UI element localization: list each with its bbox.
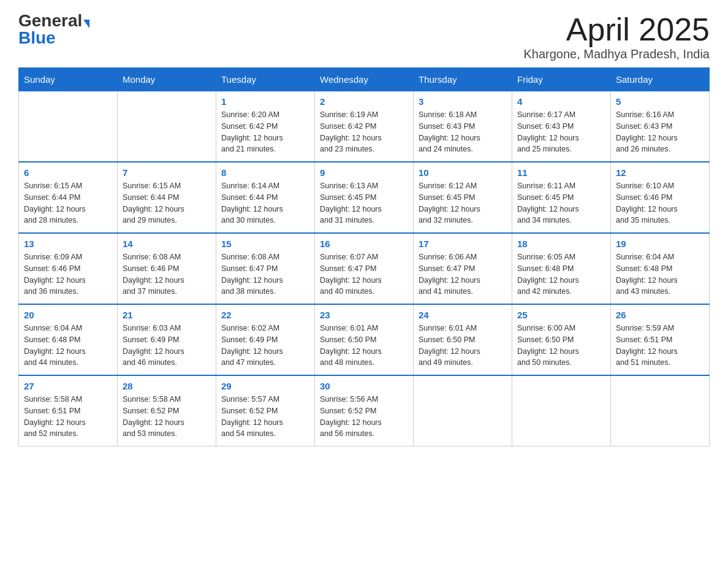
location-title: Khargone, Madhya Pradesh, India [523,47,710,61]
day-number: 30 [320,381,408,391]
calendar-cell: 20Sunrise: 6:04 AM Sunset: 6:48 PM Dayli… [19,304,118,375]
week-row-1: 1Sunrise: 6:20 AM Sunset: 6:42 PM Daylig… [19,91,710,163]
day-number: 6 [24,167,112,178]
logo-bottom: Blue [18,29,56,47]
weekday-header-thursday: Thursday [414,68,512,91]
day-info: Sunrise: 6:08 AM Sunset: 6:46 PM Dayligh… [123,251,211,297]
calendar-cell: 9Sunrise: 6:13 AM Sunset: 6:45 PM Daylig… [315,162,414,233]
day-info: Sunrise: 5:59 AM Sunset: 6:51 PM Dayligh… [616,323,704,369]
day-info: Sunrise: 6:00 AM Sunset: 6:50 PM Dayligh… [517,323,605,369]
day-info: Sunrise: 5:58 AM Sunset: 6:52 PM Dayligh… [123,394,211,440]
day-info: Sunrise: 5:57 AM Sunset: 6:52 PM Dayligh… [221,394,309,440]
day-number: 11 [517,167,605,178]
day-number: 3 [419,96,507,107]
weekday-header-sunday: Sunday [19,68,118,91]
calendar-cell: 21Sunrise: 6:03 AM Sunset: 6:49 PM Dayli… [118,304,216,375]
month-title: April 2025 [523,12,710,47]
calendar-cell: 12Sunrise: 6:10 AM Sunset: 6:46 PM Dayli… [611,162,710,233]
day-info: Sunrise: 6:19 AM Sunset: 6:42 PM Dayligh… [320,109,408,155]
day-info: Sunrise: 6:20 AM Sunset: 6:42 PM Dayligh… [221,109,309,155]
day-number: 17 [419,239,507,249]
day-info: Sunrise: 6:06 AM Sunset: 6:47 PM Dayligh… [419,251,507,297]
calendar-cell: 3Sunrise: 6:18 AM Sunset: 6:43 PM Daylig… [414,91,512,163]
logo-blue-text: Blue [18,28,56,47]
calendar-cell: 13Sunrise: 6:09 AM Sunset: 6:46 PM Dayli… [19,233,118,304]
day-info: Sunrise: 6:10 AM Sunset: 6:46 PM Dayligh… [616,180,704,226]
day-number: 18 [517,239,605,249]
logo-triangle-icon [83,20,89,28]
day-number: 21 [123,310,211,320]
day-info: Sunrise: 6:16 AM Sunset: 6:43 PM Dayligh… [616,109,704,155]
day-info: Sunrise: 6:04 AM Sunset: 6:48 PM Dayligh… [616,251,704,297]
day-number: 7 [123,167,211,178]
logo: General Blue [18,12,89,47]
calendar-cell: 14Sunrise: 6:08 AM Sunset: 6:46 PM Dayli… [118,233,216,304]
day-number: 4 [517,96,605,107]
day-info: Sunrise: 6:14 AM Sunset: 6:44 PM Dayligh… [221,180,309,226]
day-number: 13 [24,239,112,249]
title-block: April 2025 Khargone, Madhya Pradesh, Ind… [523,12,710,61]
day-info: Sunrise: 6:12 AM Sunset: 6:45 PM Dayligh… [419,180,507,226]
day-info: Sunrise: 6:15 AM Sunset: 6:44 PM Dayligh… [24,180,112,226]
calendar-cell: 16Sunrise: 6:07 AM Sunset: 6:47 PM Dayli… [315,233,414,304]
calendar-cell: 26Sunrise: 5:59 AM Sunset: 6:51 PM Dayli… [611,304,710,375]
week-row-3: 13Sunrise: 6:09 AM Sunset: 6:46 PM Dayli… [19,233,710,304]
day-number: 8 [221,167,309,178]
calendar-cell: 5Sunrise: 6:16 AM Sunset: 6:43 PM Daylig… [611,91,710,163]
calendar-cell: 7Sunrise: 6:15 AM Sunset: 6:44 PM Daylig… [118,162,216,233]
weekday-header-monday: Monday [118,68,216,91]
day-info: Sunrise: 6:04 AM Sunset: 6:48 PM Dayligh… [24,323,112,369]
day-number: 26 [616,310,704,320]
day-info: Sunrise: 6:05 AM Sunset: 6:48 PM Dayligh… [517,251,605,297]
logo-general-text: General [18,11,82,30]
day-number: 28 [123,381,211,391]
calendar-cell [414,375,512,446]
calendar-cell: 10Sunrise: 6:12 AM Sunset: 6:45 PM Dayli… [414,162,512,233]
calendar-cell: 2Sunrise: 6:19 AM Sunset: 6:42 PM Daylig… [315,91,414,163]
calendar-cell [512,375,611,446]
calendar-cell: 23Sunrise: 6:01 AM Sunset: 6:50 PM Dayli… [315,304,414,375]
calendar-header: SundayMondayTuesdayWednesdayThursdayFrid… [19,68,710,91]
day-info: Sunrise: 6:08 AM Sunset: 6:47 PM Dayligh… [221,251,309,297]
day-number: 25 [517,310,605,320]
day-number: 27 [24,381,112,391]
day-info: Sunrise: 6:07 AM Sunset: 6:47 PM Dayligh… [320,251,408,297]
day-info: Sunrise: 6:17 AM Sunset: 6:43 PM Dayligh… [517,109,605,155]
day-number: 14 [123,239,211,249]
week-row-5: 27Sunrise: 5:58 AM Sunset: 6:51 PM Dayli… [19,375,710,446]
weekday-header-row: SundayMondayTuesdayWednesdayThursdayFrid… [19,68,710,91]
calendar-cell: 15Sunrise: 6:08 AM Sunset: 6:47 PM Dayli… [216,233,315,304]
calendar-cell: 18Sunrise: 6:05 AM Sunset: 6:48 PM Dayli… [512,233,611,304]
day-info: Sunrise: 6:01 AM Sunset: 6:50 PM Dayligh… [320,323,408,369]
day-number: 19 [616,239,704,249]
calendar-cell: 8Sunrise: 6:14 AM Sunset: 6:44 PM Daylig… [216,162,315,233]
calendar-cell [19,91,118,163]
day-number: 15 [221,239,309,249]
week-row-4: 20Sunrise: 6:04 AM Sunset: 6:48 PM Dayli… [19,304,710,375]
calendar-cell: 22Sunrise: 6:02 AM Sunset: 6:49 PM Dayli… [216,304,315,375]
day-info: Sunrise: 6:02 AM Sunset: 6:49 PM Dayligh… [221,323,309,369]
weekday-header-saturday: Saturday [611,68,710,91]
day-number: 12 [616,167,704,178]
calendar-body: 1Sunrise: 6:20 AM Sunset: 6:42 PM Daylig… [19,91,710,446]
calendar-cell: 11Sunrise: 6:11 AM Sunset: 6:45 PM Dayli… [512,162,611,233]
weekday-header-wednesday: Wednesday [315,68,414,91]
calendar-cell: 6Sunrise: 6:15 AM Sunset: 6:44 PM Daylig… [19,162,118,233]
logo-top: General [18,12,89,29]
calendar-cell: 27Sunrise: 5:58 AM Sunset: 6:51 PM Dayli… [19,375,118,446]
day-number: 5 [616,96,704,107]
day-number: 1 [221,96,309,107]
day-number: 9 [320,167,408,178]
page-header: General Blue April 2025 Khargone, Madhya… [18,12,710,61]
calendar-cell: 17Sunrise: 6:06 AM Sunset: 6:47 PM Dayli… [414,233,512,304]
day-info: Sunrise: 5:56 AM Sunset: 6:52 PM Dayligh… [320,394,408,440]
day-info: Sunrise: 6:09 AM Sunset: 6:46 PM Dayligh… [24,251,112,297]
calendar-cell: 30Sunrise: 5:56 AM Sunset: 6:52 PM Dayli… [315,375,414,446]
day-number: 10 [419,167,507,178]
day-info: Sunrise: 6:18 AM Sunset: 6:43 PM Dayligh… [419,109,507,155]
day-info: Sunrise: 6:11 AM Sunset: 6:45 PM Dayligh… [517,180,605,226]
calendar-cell: 28Sunrise: 5:58 AM Sunset: 6:52 PM Dayli… [118,375,216,446]
calendar-cell: 29Sunrise: 5:57 AM Sunset: 6:52 PM Dayli… [216,375,315,446]
day-info: Sunrise: 6:01 AM Sunset: 6:50 PM Dayligh… [419,323,507,369]
weekday-header-friday: Friday [512,68,611,91]
